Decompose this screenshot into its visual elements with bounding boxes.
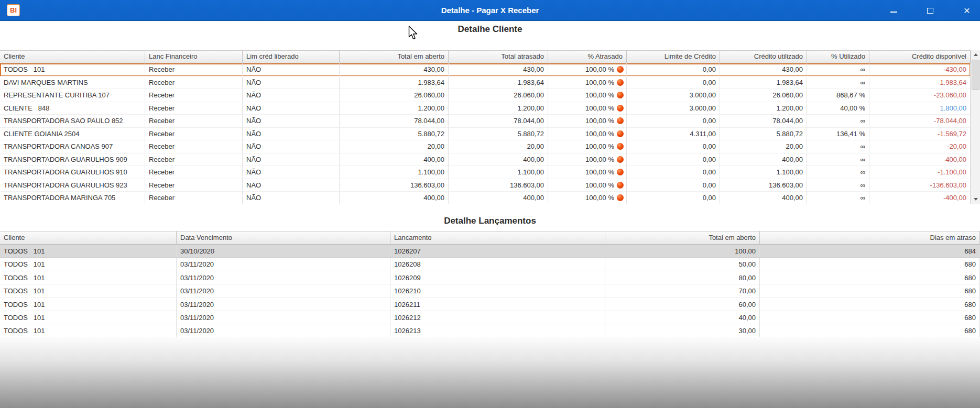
cell-lim-cred-liberado: NÃO: [243, 153, 340, 167]
cell-data-vencimento: 03/11/2020: [177, 311, 390, 324]
cell-limite-credito: 0,00: [627, 63, 720, 76]
cell-credito-utilizado: 26.060,00: [720, 89, 807, 102]
cell-lanc-financeiro: Receber: [145, 102, 243, 115]
cell-limite-credito: 0,00: [627, 140, 720, 153]
cell-pct-utilizado: ∞: [807, 76, 869, 90]
cliente-row[interactable]: DAVI MARQUES MARTINSReceberNÃO1.983,641.…: [0, 76, 971, 90]
cell-limite-credito: 3.000,00: [627, 89, 720, 102]
cell-cliente: TODOS 101: [0, 324, 177, 337]
column-header-pct-atrasado[interactable]: % Atrasado: [548, 51, 627, 63]
atrasado-alert-icon: [617, 143, 624, 150]
cliente-table-scrollbar[interactable]: [971, 50, 980, 204]
lancamento-row[interactable]: TODOS 10103/11/2020102621240,00680: [0, 311, 980, 324]
column-header-pct-utilizado[interactable]: % Utilizado: [807, 51, 869, 63]
column-header-credito-utilizado[interactable]: Crédito utilizado: [720, 51, 807, 63]
column-header-dias-em-atraso[interactable]: Dias em atraso: [760, 231, 980, 244]
cliente-section-title: Detalhe Cliente: [0, 24, 980, 35]
cell-pct-utilizado: ∞: [807, 179, 869, 192]
cell-total-em-aberto: 60,00: [605, 298, 760, 311]
scrollbar-thumb[interactable]: [972, 60, 979, 90]
cell-cliente: TODOS 101: [0, 298, 177, 311]
column-header-total-atrasado[interactable]: Total atrasado: [449, 51, 548, 63]
cell-cliente: TODOS 101: [0, 245, 177, 258]
cliente-row[interactable]: CLIENTE 848ReceberNÃO1.200,001.200,00100…: [0, 102, 971, 115]
close-icon: ×: [964, 0, 970, 21]
cell-pct-atrasado: 100,00 %: [548, 76, 627, 90]
lancamento-row[interactable]: TODOS 10103/11/2020102620980,00680: [0, 271, 980, 284]
cell-total-em-aberto: 400,00: [340, 153, 449, 167]
cell-dias-em-atraso: 684: [760, 245, 980, 258]
cell-lim-cred-liberado: NÃO: [243, 102, 340, 115]
cliente-row[interactable]: TRANSPORTADORA GUARULHOS 923ReceberNÃO13…: [0, 179, 971, 192]
cell-total-em-aberto: 1.983,64: [340, 76, 449, 90]
lancamento-row[interactable]: TODOS 10103/11/2020102620850,00680: [0, 258, 980, 271]
cell-data-vencimento: 03/11/2020: [177, 298, 390, 311]
scroll-up-button[interactable]: [971, 50, 980, 59]
atrasado-alert-icon: [617, 117, 624, 124]
cell-credito-disponivel: -78.044,00: [869, 115, 971, 128]
cell-credito-disponivel: -23.060,00: [869, 89, 971, 102]
cliente-row[interactable]: TRANSPORTADORA SAO PAULO 852ReceberNÃO78…: [0, 115, 971, 128]
column-header-cliente[interactable]: Cliente: [0, 231, 177, 244]
column-header-cliente[interactable]: Cliente: [0, 51, 145, 63]
cliente-row[interactable]: TRANSPORTADORA MARINGA 705ReceberNÃO400,…: [0, 192, 971, 204]
cell-lanc-financeiro: Receber: [145, 115, 243, 128]
lancamentos-table: ClienteData VencimentoLancamentoTotal em…: [0, 231, 980, 338]
cell-lim-cred-liberado: NÃO: [243, 192, 340, 204]
cliente-row[interactable]: TRANSPORTADORA GUARULHOS 909ReceberNÃO40…: [0, 153, 971, 167]
cell-pct-atrasado: 100,00 %: [548, 102, 627, 115]
cell-credito-utilizado: 20,00: [720, 140, 807, 153]
cell-lancamento: 1026211: [390, 298, 605, 311]
cell-total-em-aberto: 1.100,00: [340, 166, 449, 179]
lancamento-row[interactable]: TODOS 10103/11/2020102621070,00680: [0, 284, 980, 297]
cell-cliente: REPRESENTANTE CURITIBA 107: [0, 89, 145, 102]
column-header-total-em-aberto[interactable]: Total em aberto: [340, 51, 449, 63]
lancamento-row[interactable]: TODOS 10103/11/2020102621160,00680: [0, 298, 980, 311]
cell-pct-atrasado: 100,00 %: [548, 89, 627, 102]
cell-credito-disponivel: -20,00: [869, 140, 971, 153]
lancamento-row[interactable]: TODOS 10130/10/20201026207100,00684: [0, 245, 980, 258]
column-header-lim-cred-liberado[interactable]: Lim créd liberado: [243, 51, 340, 63]
cell-cliente: TODOS 101: [0, 284, 177, 297]
cell-limite-credito: 4.311,00: [627, 128, 720, 141]
cell-data-vencimento: 03/11/2020: [177, 258, 390, 271]
cell-total-atrasado: 26.060,00: [449, 89, 548, 102]
cell-limite-credito: 0,00: [627, 115, 720, 128]
cell-credito-disponivel: -1.100,00: [869, 166, 971, 179]
cell-total-atrasado: 1.100,00: [449, 166, 548, 179]
scroll-down-button[interactable]: [971, 195, 980, 204]
cliente-row[interactable]: REPRESENTANTE CURITIBA 107ReceberNÃO26.0…: [0, 89, 971, 102]
column-header-lanc-financeiro[interactable]: Lanc Financeiro: [145, 51, 243, 63]
cell-total-atrasado: 5.880,72: [449, 128, 548, 141]
cell-credito-utilizado: 136.603,00: [720, 179, 807, 192]
lancamento-row[interactable]: TODOS 10103/11/2020102621330,00680: [0, 324, 980, 337]
cliente-table: ClienteLanc FinanceiroLim créd liberadoT…: [0, 50, 971, 204]
cell-total-em-aberto: 80,00: [605, 271, 760, 284]
cliente-row[interactable]: TODOS 101ReceberNÃO430,00430,00100,00 %0…: [0, 63, 971, 76]
cell-data-vencimento: 03/11/2020: [177, 284, 390, 297]
column-header-lancamento[interactable]: Lancamento: [390, 231, 605, 244]
cell-data-vencimento: 03/11/2020: [177, 271, 390, 284]
lancamentos-section-title: Detalhe Lançamentos: [0, 216, 980, 226]
column-header-limite-credito[interactable]: Limite de Crédito: [627, 51, 720, 63]
column-header-credito-disponivel[interactable]: Crédito disponível: [869, 51, 971, 63]
cell-lim-cred-liberado: NÃO: [243, 128, 340, 141]
atrasado-alert-icon: [617, 194, 624, 201]
cliente-row[interactable]: TRANSPORTADORA CANOAS 907ReceberNÃO20,00…: [0, 140, 971, 153]
cell-total-atrasado: 400,00: [449, 153, 548, 167]
column-header-total-em-aberto[interactable]: Total em aberto: [605, 231, 760, 244]
cell-total-em-aberto: 70,00: [605, 284, 760, 297]
cell-cliente: CLIENTE 848: [0, 102, 145, 115]
cliente-row[interactable]: TRANSPORTADORA GUARULHOS 910ReceberNÃO1.…: [0, 166, 971, 179]
cell-credito-disponivel: 1.800,00: [869, 102, 971, 115]
cell-total-atrasado: 1.983,64: [449, 76, 548, 90]
cell-credito-disponivel: -400,00: [869, 153, 971, 167]
minimize-button[interactable]: [885, 0, 902, 21]
maximize-button[interactable]: [921, 0, 939, 21]
column-header-data-vencimento[interactable]: Data Vencimento: [177, 231, 390, 244]
cell-pct-utilizado: 136,41 %: [807, 128, 869, 141]
cell-lanc-financeiro: Receber: [145, 153, 243, 167]
cell-dias-em-atraso: 680: [760, 298, 980, 311]
close-button[interactable]: ×: [958, 0, 976, 21]
cliente-row[interactable]: CLIENTE GOIANIA 2504ReceberNÃO5.880,725.…: [0, 128, 971, 141]
